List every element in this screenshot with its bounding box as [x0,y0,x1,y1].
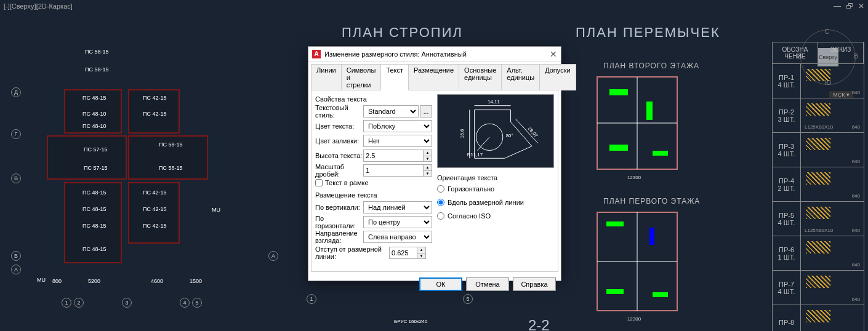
tab-допуски[interactable]: Допуски [539,64,576,90]
ok-button[interactable]: ОК [419,277,462,291]
axis-3: 3 [122,298,132,308]
table-row: ПР-54 ШТ.L125X80X10640 [772,202,864,236]
dialog-tabs: ЛинииСимволы и стрелкиТекстРазмещениеОсн… [308,62,561,90]
svg-rect-5 [646,102,653,120]
axis-5: 5 [192,298,202,308]
svg-rect-7 [653,151,668,156]
svg-rect-13 [606,221,624,226]
vert-align-select[interactable]: Над линией [363,201,432,213]
frac-scale-input[interactable] [363,164,423,177]
svg-text:12300: 12300 [627,316,641,322]
tab-линии[interactable]: Линии [311,64,342,90]
autocad-icon: A [312,50,321,58]
text-style-browse-button[interactable]: ... [420,105,432,118]
spin-down[interactable]: ▼ [424,156,432,162]
tab-символы-и-стрелки[interactable]: Символы и стрелки [341,64,382,90]
axis-g: Г [11,129,21,139]
help-button[interactable]: Справка [513,277,556,291]
col-sketch-header: ЭСКИЗ [818,42,864,63]
table-row: ПР-23 ШТ.L125X80X10640 [772,98,864,133]
dimstyle-dialog: A Изменение размерного стиля: Аннотативн… [308,46,561,281]
table-row: ПР-14 ШТ.640 [772,64,864,98]
axis-a: А [11,265,21,274]
svg-text:14,11: 14,11 [488,99,500,105]
svg-text:R11,17: R11,17 [467,152,483,158]
title-bar: [-][Сверху][2D-Каркас] — 🗗 ✕ [0,0,868,12]
text-frame-checkbox[interactable] [315,179,323,186]
spin-up[interactable]: ▲ [417,247,425,253]
subtitle-floor1: ПЛАН ПЕРВОГО ЭТАЖА [603,197,700,205]
svg-rect-6 [609,145,628,151]
svg-rect-16 [653,292,668,297]
lintel-table: ОБОЗНА ЧЕНИЕ ЭСКИЗ ПР-14 ШТ.640ПР-23 ШТ.… [772,42,864,331]
tab-текст[interactable]: Текст [380,64,409,90]
miniplan-floor2: 12300 [591,71,683,184]
dimstyle-preview: 14,11 16,6 28,07 80° R11,17 [437,94,554,168]
drawing-title-lintels: ПЛАН ПЕРЕМЫЧЕК [576,25,720,41]
col-id-header: ОБОЗНА ЧЕНИЕ [773,42,818,63]
svg-text:28,07: 28,07 [527,126,539,138]
table-row: ПР-61 ШТ.640 [772,236,864,271]
section-label: 2-2 [528,317,550,331]
radio-iso[interactable] [437,212,444,220]
axis-v: В [11,173,21,183]
table-row: ПР-74 ШТ.640 [772,271,864,305]
restore-button[interactable]: 🗗 [846,2,853,10]
fill-color-select[interactable]: Нет [363,135,432,147]
table-row: ПР-8640 [772,305,864,331]
axis-1: 1 [62,298,71,308]
beam-note: БРУС 160х240 [394,319,427,324]
text-height-input[interactable] [363,150,423,162]
dialog-close-icon[interactable]: ✕ [550,49,557,59]
svg-text:80°: 80° [506,133,513,138]
group-text-props: Свойства текста [315,95,432,103]
offset-input[interactable] [389,247,417,259]
dialog-title: Изменение размерного стиля: Аннотативный [324,50,467,58]
minimize-button[interactable]: — [834,2,841,10]
cancel-button[interactable]: Отмена [466,277,509,291]
miniplan-floor1: 12300 [591,206,683,325]
svg-text:12300: 12300 [627,175,641,180]
spin-down[interactable]: ▼ [424,171,432,177]
direction-select[interactable]: Слева направо [363,231,432,243]
svg-line-22 [478,137,490,151]
group-orientation: Ориентация текста [437,174,554,181]
axis-2: 2 [74,298,84,308]
dialog-titlebar[interactable]: A Изменение размерного стиля: Аннотативн… [308,47,561,62]
subtitle-floor2: ПЛАН ВТОРОГО ЭТАЖА [603,62,699,70]
group-placement: Размещение текста [315,191,432,199]
window-title: [-][Сверху][2D-Каркас] [4,2,73,10]
tab-основные-единицы[interactable]: Основные единицы [459,64,502,90]
spin-down[interactable]: ▼ [417,253,425,259]
axis-d: Д [11,87,21,97]
table-row: ПР-42 ШТ.640 [772,167,864,202]
tab-размещение[interactable]: Размещение [408,64,459,90]
svg-text:16,6: 16,6 [459,129,465,138]
svg-rect-4 [609,89,628,95]
spin-up[interactable]: ▲ [424,150,432,156]
close-button[interactable]: ✕ [858,2,864,10]
axis-b: Б [11,251,21,261]
tab-альт.-единицы[interactable]: Альт. единицы [501,64,540,90]
text-style-select[interactable]: Standard [363,105,419,118]
svg-rect-14 [649,228,654,245]
axis-4: 4 [180,298,190,308]
spin-up[interactable]: ▲ [424,165,432,171]
radio-horizontal[interactable] [437,185,444,193]
radio-along-line[interactable] [437,199,444,206]
text-color-select[interactable]: ПоБлоку [363,120,432,132]
horiz-align-select[interactable]: По центру [363,216,432,228]
table-row: ПР-34 ШТ.640 [772,133,864,167]
drawing-title-rafters: ПЛАН СТРОПИЛ [342,25,463,41]
svg-rect-15 [606,289,624,294]
